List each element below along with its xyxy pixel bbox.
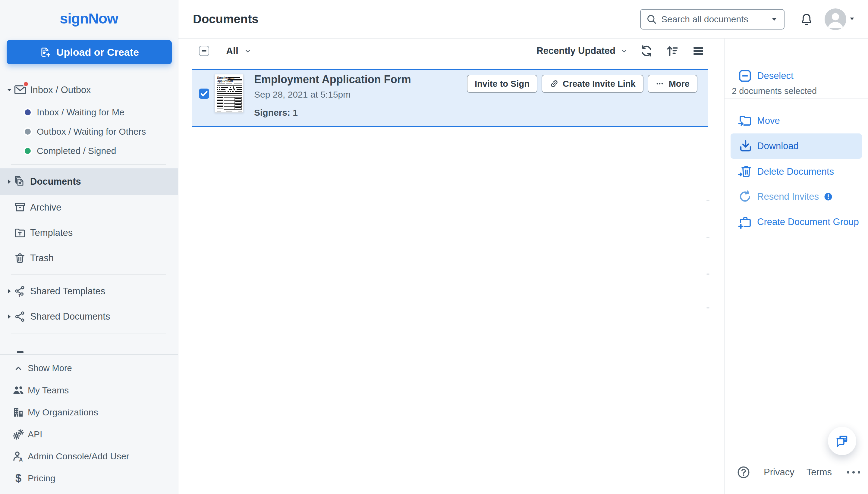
deselect-action[interactable]: Deselect	[724, 69, 868, 83]
invite-to-sign-button[interactable]: Invite to Sign	[467, 75, 537, 93]
sidebar-item-admin-console[interactable]: A Admin Console/Add User	[0, 445, 178, 467]
create-document-group-action[interactable]: Create Document Group	[724, 215, 868, 229]
ellipsis-icon	[655, 79, 665, 89]
delete-documents-action[interactable]: Delete Documents	[724, 165, 868, 179]
download-icon	[738, 139, 753, 153]
move-action[interactable]: Move	[724, 114, 868, 128]
selection-panel: 2 documents selected Deselect Move Downl…	[724, 39, 868, 494]
delete-documents-icon	[738, 165, 752, 179]
resend-invites-action[interactable]: Resend Invites	[724, 189, 868, 204]
sidebar-item-trash[interactable]: Trash	[0, 246, 178, 271]
sidebar-item-shared-templates[interactable]: T Shared Templates	[0, 279, 178, 304]
sort-order-dropdown[interactable]: Recently Updated	[536, 45, 627, 56]
resend-invites-label: Resend Invites	[757, 191, 819, 202]
checkmark-icon	[199, 89, 209, 99]
document-title[interactable]: Employment Application Form	[254, 73, 411, 86]
templates-folder-icon	[14, 227, 26, 239]
document-signers-count: Signers: 1	[254, 108, 411, 118]
sidebar-item-pricing[interactable]: $ Pricing	[0, 467, 178, 489]
pricing-dollar-icon: $	[12, 472, 25, 484]
shared-templates-icon: T	[14, 285, 26, 297]
sort-order-label: Recently Updated	[536, 45, 615, 56]
chat-support-fab[interactable]	[828, 427, 856, 455]
account-menu-caret-icon[interactable]	[850, 17, 854, 20]
upload-button-label: Upload or Create	[56, 46, 139, 58]
list-view-icon[interactable]	[692, 44, 705, 57]
signnow-logo[interactable]: signNow	[0, 10, 178, 27]
sidebar-item-documents[interactable]: Documents	[0, 168, 178, 195]
help-icon[interactable]	[737, 466, 751, 479]
sidebar-item-label: Pricing	[28, 473, 55, 483]
sidebar-item-shared-documents[interactable]: Shared Documents	[0, 304, 178, 329]
sidebar-item-archive[interactable]: Archive	[0, 195, 178, 220]
svg-text:$: $	[15, 472, 21, 484]
chevron-up-icon	[15, 364, 22, 372]
delete-documents-label: Delete Documents	[757, 166, 834, 177]
sidebar-bottom-panel: Show More My Teams	[0, 354, 178, 494]
sidebar-item-label: Archive	[30, 202, 61, 213]
terms-link[interactable]: Terms	[807, 467, 832, 478]
filter-label: All	[226, 45, 238, 57]
sidebar-item-label: Trash	[30, 253, 54, 264]
sidebar-subitem-label: Completed / Signed	[37, 146, 116, 156]
sort-direction-icon[interactable]	[666, 44, 679, 57]
create-invite-link-label: Create Invite Link	[563, 79, 635, 89]
sidebar-item-label: Inbox / Outbox	[30, 84, 91, 95]
download-action-highlighted[interactable]: Download	[731, 133, 862, 159]
list-placeholder-dash	[706, 273, 709, 275]
sidebar-item-label: Shared Templates	[30, 286, 105, 297]
sidebar-item-api[interactable]: API	[0, 423, 178, 445]
selected-count-label: 2 documents selected	[732, 86, 817, 96]
completed-status-dot	[25, 148, 31, 154]
search-input[interactable]	[661, 14, 772, 24]
signnow-app: signNow Upload or Create	[0, 0, 868, 494]
partially-hidden-item	[17, 351, 23, 353]
info-icon[interactable]	[824, 192, 833, 201]
create-invite-link-button[interactable]: Create Invite Link	[541, 75, 644, 93]
invite-to-sign-label: Invite to Sign	[475, 79, 530, 89]
teams-icon	[12, 384, 25, 397]
page-title: Documents	[193, 12, 259, 26]
inbox-status-dot	[25, 109, 31, 115]
show-more-toggle[interactable]: Show More	[0, 357, 178, 379]
select-all-checkbox[interactable]	[199, 46, 209, 56]
document-checkbox-checked[interactable]	[199, 89, 209, 99]
caret-down-icon	[7, 88, 12, 92]
filter-dropdown[interactable]: All	[226, 39, 251, 63]
move-folder-icon	[738, 114, 752, 128]
shared-documents-icon	[14, 310, 26, 323]
sidebar: signNow Upload or Create	[0, 0, 179, 494]
sidebar-item-my-organizations[interactable]: My Organizations	[0, 401, 178, 423]
document-timestamp: Sep 28, 2021 at 5:15pm	[254, 90, 411, 100]
sidebar-item-inbox-waiting-for-me[interactable]: Inbox / Waiting for Me	[0, 103, 178, 122]
footer-more-icon[interactable]	[846, 469, 861, 475]
chevron-down-icon	[245, 50, 251, 53]
caret-right-icon	[7, 289, 12, 293]
sidebar-nav: Inbox / Outbox Inbox / Waiting for Me Ou…	[0, 77, 178, 334]
search-scope-caret-icon[interactable]	[772, 18, 777, 21]
panel-footer: Privacy Terms	[724, 464, 868, 481]
search-box	[640, 9, 784, 30]
sidebar-item-my-teams[interactable]: My Teams	[0, 379, 178, 401]
more-button[interactable]: More	[648, 75, 697, 93]
document-thumbnail[interactable]: Employment Application	[215, 74, 243, 113]
upload-document-icon	[39, 46, 51, 58]
sidebar-item-completed-signed[interactable]: Completed / Signed	[0, 141, 178, 160]
user-avatar[interactable]	[825, 8, 846, 30]
thumbnail-form-graphic	[215, 74, 243, 113]
download-label: Download	[757, 141, 799, 152]
sidebar-item-outbox-waiting-for-others[interactable]: Outbox / Waiting for Others	[0, 122, 178, 141]
caret-right-icon	[7, 179, 12, 184]
sidebar-item-templates[interactable]: Templates	[0, 220, 178, 246]
sidebar-item-label: My Teams	[28, 385, 69, 396]
sidebar-item-inbox-outbox[interactable]: Inbox / Outbox	[0, 77, 178, 103]
document-row[interactable]: Employment Application	[192, 69, 708, 127]
refresh-icon[interactable]	[640, 44, 653, 57]
list-placeholder-dash	[706, 237, 709, 238]
notifications-bell-icon[interactable]	[800, 13, 813, 26]
create-document-group-label: Create Document Group	[757, 216, 859, 227]
sidebar-item-label: API	[28, 429, 42, 439]
upload-or-create-button[interactable]: Upload or Create	[7, 40, 172, 64]
toolbar-controls: Recently Updated	[536, 39, 705, 63]
privacy-link[interactable]: Privacy	[764, 467, 794, 478]
